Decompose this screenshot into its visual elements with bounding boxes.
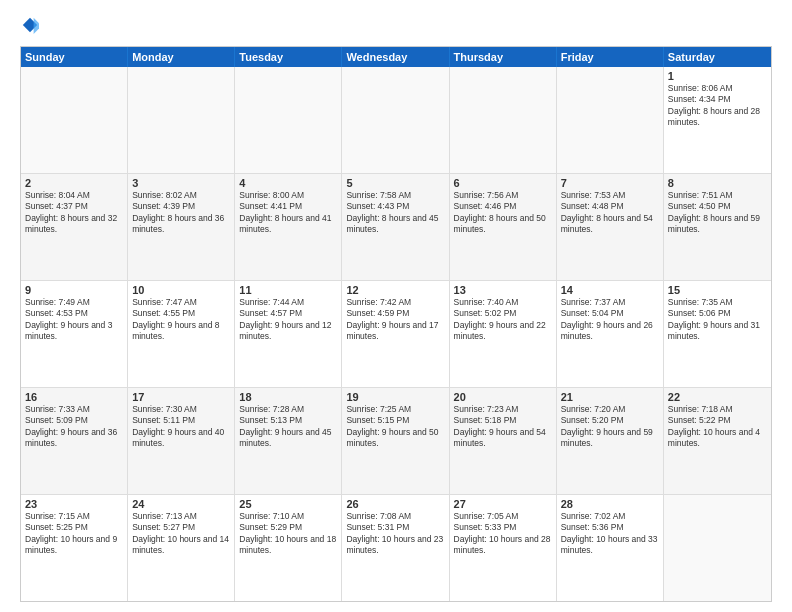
weekday-header: Friday: [557, 47, 664, 67]
day-info: Sunrise: 7:30 AM Sunset: 5:11 PM Dayligh…: [132, 404, 230, 450]
weekday-header: Sunday: [21, 47, 128, 67]
day-number: 11: [239, 284, 337, 296]
weekday-header: Wednesday: [342, 47, 449, 67]
day-info: Sunrise: 7:15 AM Sunset: 5:25 PM Dayligh…: [25, 511, 123, 557]
weekday-header: Thursday: [450, 47, 557, 67]
day-number: 21: [561, 391, 659, 403]
logo: [20, 16, 39, 38]
calendar-cell: 25Sunrise: 7:10 AM Sunset: 5:29 PM Dayli…: [235, 495, 342, 601]
day-info: Sunrise: 7:20 AM Sunset: 5:20 PM Dayligh…: [561, 404, 659, 450]
day-info: Sunrise: 8:04 AM Sunset: 4:37 PM Dayligh…: [25, 190, 123, 236]
day-number: 17: [132, 391, 230, 403]
calendar-cell: 22Sunrise: 7:18 AM Sunset: 5:22 PM Dayli…: [664, 388, 771, 494]
page: SundayMondayTuesdayWednesdayThursdayFrid…: [0, 0, 792, 612]
calendar-cell: 9Sunrise: 7:49 AM Sunset: 4:53 PM Daylig…: [21, 281, 128, 387]
day-info: Sunrise: 8:00 AM Sunset: 4:41 PM Dayligh…: [239, 190, 337, 236]
calendar-cell: 2Sunrise: 8:04 AM Sunset: 4:37 PM Daylig…: [21, 174, 128, 280]
calendar-cell: 27Sunrise: 7:05 AM Sunset: 5:33 PM Dayli…: [450, 495, 557, 601]
calendar-cell: [128, 67, 235, 173]
day-number: 23: [25, 498, 123, 510]
day-number: 7: [561, 177, 659, 189]
day-info: Sunrise: 7:51 AM Sunset: 4:50 PM Dayligh…: [668, 190, 767, 236]
day-number: 13: [454, 284, 552, 296]
day-number: 22: [668, 391, 767, 403]
calendar-cell: 26Sunrise: 7:08 AM Sunset: 5:31 PM Dayli…: [342, 495, 449, 601]
calendar-cell: [664, 495, 771, 601]
weekday-header: Monday: [128, 47, 235, 67]
day-info: Sunrise: 7:49 AM Sunset: 4:53 PM Dayligh…: [25, 297, 123, 343]
day-number: 27: [454, 498, 552, 510]
day-number: 15: [668, 284, 767, 296]
day-info: Sunrise: 7:40 AM Sunset: 5:02 PM Dayligh…: [454, 297, 552, 343]
day-number: 9: [25, 284, 123, 296]
day-info: Sunrise: 7:56 AM Sunset: 4:46 PM Dayligh…: [454, 190, 552, 236]
calendar-cell: 1Sunrise: 8:06 AM Sunset: 4:34 PM Daylig…: [664, 67, 771, 173]
calendar-cell: 13Sunrise: 7:40 AM Sunset: 5:02 PM Dayli…: [450, 281, 557, 387]
calendar-body: 1Sunrise: 8:06 AM Sunset: 4:34 PM Daylig…: [21, 67, 771, 601]
day-info: Sunrise: 7:37 AM Sunset: 5:04 PM Dayligh…: [561, 297, 659, 343]
day-info: Sunrise: 7:53 AM Sunset: 4:48 PM Dayligh…: [561, 190, 659, 236]
day-info: Sunrise: 8:02 AM Sunset: 4:39 PM Dayligh…: [132, 190, 230, 236]
day-info: Sunrise: 7:13 AM Sunset: 5:27 PM Dayligh…: [132, 511, 230, 557]
day-info: Sunrise: 7:02 AM Sunset: 5:36 PM Dayligh…: [561, 511, 659, 557]
calendar-cell: [557, 67, 664, 173]
calendar-cell: 4Sunrise: 8:00 AM Sunset: 4:41 PM Daylig…: [235, 174, 342, 280]
day-info: Sunrise: 7:25 AM Sunset: 5:15 PM Dayligh…: [346, 404, 444, 450]
calendar-cell: [235, 67, 342, 173]
day-number: 12: [346, 284, 444, 296]
day-info: Sunrise: 7:05 AM Sunset: 5:33 PM Dayligh…: [454, 511, 552, 557]
calendar-row: 1Sunrise: 8:06 AM Sunset: 4:34 PM Daylig…: [21, 67, 771, 174]
day-number: 28: [561, 498, 659, 510]
calendar-row: 9Sunrise: 7:49 AM Sunset: 4:53 PM Daylig…: [21, 281, 771, 388]
calendar-cell: 5Sunrise: 7:58 AM Sunset: 4:43 PM Daylig…: [342, 174, 449, 280]
day-info: Sunrise: 7:47 AM Sunset: 4:55 PM Dayligh…: [132, 297, 230, 343]
day-info: Sunrise: 7:28 AM Sunset: 5:13 PM Dayligh…: [239, 404, 337, 450]
calendar-row: 2Sunrise: 8:04 AM Sunset: 4:37 PM Daylig…: [21, 174, 771, 281]
calendar-cell: 6Sunrise: 7:56 AM Sunset: 4:46 PM Daylig…: [450, 174, 557, 280]
day-number: 6: [454, 177, 552, 189]
day-info: Sunrise: 7:58 AM Sunset: 4:43 PM Dayligh…: [346, 190, 444, 236]
calendar-cell: 15Sunrise: 7:35 AM Sunset: 5:06 PM Dayli…: [664, 281, 771, 387]
calendar-cell: 28Sunrise: 7:02 AM Sunset: 5:36 PM Dayli…: [557, 495, 664, 601]
calendar-cell: [450, 67, 557, 173]
day-info: Sunrise: 7:35 AM Sunset: 5:06 PM Dayligh…: [668, 297, 767, 343]
day-number: 10: [132, 284, 230, 296]
day-info: Sunrise: 7:33 AM Sunset: 5:09 PM Dayligh…: [25, 404, 123, 450]
svg-marker-1: [34, 18, 39, 34]
weekday-header: Saturday: [664, 47, 771, 67]
day-number: 26: [346, 498, 444, 510]
day-number: 18: [239, 391, 337, 403]
day-info: Sunrise: 8:06 AM Sunset: 4:34 PM Dayligh…: [668, 83, 767, 129]
calendar-cell: 18Sunrise: 7:28 AM Sunset: 5:13 PM Dayli…: [235, 388, 342, 494]
day-number: 14: [561, 284, 659, 296]
calendar-cell: [21, 67, 128, 173]
day-number: 5: [346, 177, 444, 189]
calendar-cell: 14Sunrise: 7:37 AM Sunset: 5:04 PM Dayli…: [557, 281, 664, 387]
day-info: Sunrise: 7:42 AM Sunset: 4:59 PM Dayligh…: [346, 297, 444, 343]
weekday-header: Tuesday: [235, 47, 342, 67]
calendar-cell: [342, 67, 449, 173]
day-number: 20: [454, 391, 552, 403]
calendar-cell: 20Sunrise: 7:23 AM Sunset: 5:18 PM Dayli…: [450, 388, 557, 494]
calendar-cell: 17Sunrise: 7:30 AM Sunset: 5:11 PM Dayli…: [128, 388, 235, 494]
day-number: 2: [25, 177, 123, 189]
header: [20, 16, 772, 38]
calendar-cell: 8Sunrise: 7:51 AM Sunset: 4:50 PM Daylig…: [664, 174, 771, 280]
day-info: Sunrise: 7:23 AM Sunset: 5:18 PM Dayligh…: [454, 404, 552, 450]
day-info: Sunrise: 7:10 AM Sunset: 5:29 PM Dayligh…: [239, 511, 337, 557]
calendar-cell: 10Sunrise: 7:47 AM Sunset: 4:55 PM Dayli…: [128, 281, 235, 387]
calendar-cell: 7Sunrise: 7:53 AM Sunset: 4:48 PM Daylig…: [557, 174, 664, 280]
calendar-cell: 21Sunrise: 7:20 AM Sunset: 5:20 PM Dayli…: [557, 388, 664, 494]
day-number: 16: [25, 391, 123, 403]
day-number: 19: [346, 391, 444, 403]
day-number: 1: [668, 70, 767, 82]
day-number: 25: [239, 498, 337, 510]
day-info: Sunrise: 7:08 AM Sunset: 5:31 PM Dayligh…: [346, 511, 444, 557]
calendar-cell: 16Sunrise: 7:33 AM Sunset: 5:09 PM Dayli…: [21, 388, 128, 494]
day-number: 24: [132, 498, 230, 510]
day-number: 4: [239, 177, 337, 189]
calendar: SundayMondayTuesdayWednesdayThursdayFrid…: [20, 46, 772, 602]
logo-icon: [21, 16, 39, 34]
calendar-cell: 23Sunrise: 7:15 AM Sunset: 5:25 PM Dayli…: [21, 495, 128, 601]
calendar-row: 23Sunrise: 7:15 AM Sunset: 5:25 PM Dayli…: [21, 495, 771, 601]
